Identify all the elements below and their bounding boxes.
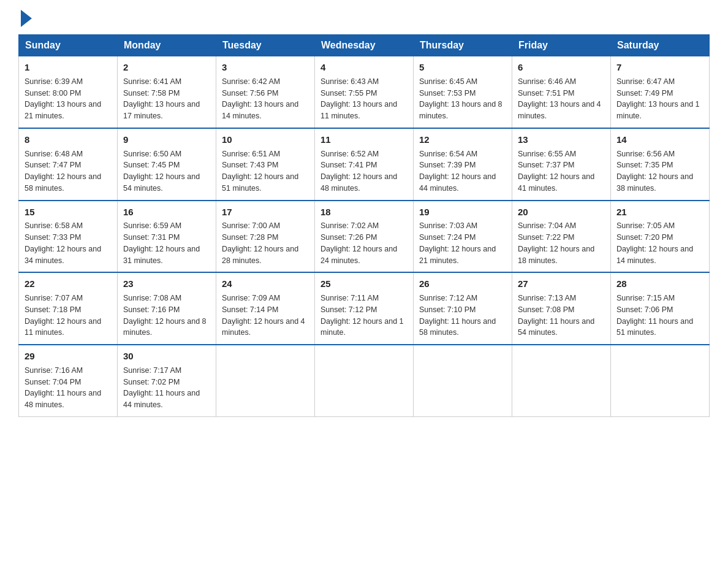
day-number: 13 bbox=[518, 133, 605, 147]
day-info: Sunrise: 7:00 AMSunset: 7:28 PMDaylight:… bbox=[222, 220, 309, 266]
day-info: Sunrise: 6:54 AMSunset: 7:39 PMDaylight:… bbox=[419, 148, 506, 194]
day-number: 25 bbox=[320, 277, 408, 291]
logo-arrow-icon bbox=[21, 10, 32, 27]
day-number: 28 bbox=[616, 277, 703, 291]
day-number: 18 bbox=[320, 205, 408, 219]
calendar-day-cell bbox=[216, 345, 315, 416]
calendar-day-cell: 10Sunrise: 6:51 AMSunset: 7:43 PMDayligh… bbox=[216, 128, 315, 201]
calendar-table: SundayMondayTuesdayWednesdayThursdayFrid… bbox=[18, 34, 710, 417]
calendar-day-cell: 21Sunrise: 7:05 AMSunset: 7:20 PMDayligh… bbox=[611, 201, 710, 273]
calendar-day-cell: 19Sunrise: 7:03 AMSunset: 7:24 PMDayligh… bbox=[414, 201, 512, 273]
calendar-day-cell: 7Sunrise: 6:47 AMSunset: 7:49 PMDaylight… bbox=[611, 56, 710, 128]
day-number: 19 bbox=[419, 205, 506, 219]
calendar-day-cell: 2Sunrise: 6:41 AMSunset: 7:58 PMDaylight… bbox=[118, 56, 216, 128]
calendar-day-cell: 15Sunrise: 6:58 AMSunset: 7:33 PMDayligh… bbox=[19, 201, 118, 273]
logo bbox=[18, 12, 32, 23]
calendar-day-cell: 22Sunrise: 7:07 AMSunset: 7:18 PMDayligh… bbox=[19, 272, 118, 345]
page-header bbox=[18, 12, 710, 23]
day-info: Sunrise: 7:15 AMSunset: 7:06 PMDaylight:… bbox=[616, 293, 703, 339]
weekday-header-saturday: Saturday bbox=[611, 35, 710, 56]
day-info: Sunrise: 6:50 AMSunset: 7:45 PMDaylight:… bbox=[123, 148, 210, 194]
calendar-day-cell: 12Sunrise: 6:54 AMSunset: 7:39 PMDayligh… bbox=[414, 128, 512, 201]
calendar-day-cell: 23Sunrise: 7:08 AMSunset: 7:16 PMDayligh… bbox=[118, 272, 216, 345]
day-number: 3 bbox=[222, 61, 309, 74]
day-number: 30 bbox=[123, 350, 210, 363]
calendar-day-cell bbox=[512, 345, 611, 416]
day-number: 1 bbox=[25, 61, 112, 74]
calendar-day-cell: 9Sunrise: 6:50 AMSunset: 7:45 PMDaylight… bbox=[118, 128, 216, 201]
day-info: Sunrise: 7:02 AMSunset: 7:26 PMDaylight:… bbox=[320, 220, 408, 266]
calendar-day-cell: 11Sunrise: 6:52 AMSunset: 7:41 PMDayligh… bbox=[315, 128, 414, 201]
day-info: Sunrise: 6:41 AMSunset: 7:58 PMDaylight:… bbox=[123, 76, 210, 122]
day-info: Sunrise: 6:39 AMSunset: 8:00 PMDaylight:… bbox=[25, 76, 112, 122]
day-number: 10 bbox=[222, 133, 309, 147]
weekday-header-sunday: Sunday bbox=[19, 35, 118, 56]
day-info: Sunrise: 6:46 AMSunset: 7:51 PMDaylight:… bbox=[518, 76, 605, 122]
weekday-header-monday: Monday bbox=[118, 35, 216, 56]
day-number: 11 bbox=[320, 133, 408, 147]
day-info: Sunrise: 7:03 AMSunset: 7:24 PMDaylight:… bbox=[419, 220, 506, 266]
day-info: Sunrise: 7:05 AMSunset: 7:20 PMDaylight:… bbox=[616, 220, 703, 266]
weekday-header-row: SundayMondayTuesdayWednesdayThursdayFrid… bbox=[19, 35, 710, 56]
day-number: 6 bbox=[518, 61, 605, 74]
calendar-week-row: 22Sunrise: 7:07 AMSunset: 7:18 PMDayligh… bbox=[19, 272, 710, 345]
day-info: Sunrise: 6:56 AMSunset: 7:35 PMDaylight:… bbox=[616, 148, 703, 194]
calendar-day-cell: 16Sunrise: 6:59 AMSunset: 7:31 PMDayligh… bbox=[118, 201, 216, 273]
day-number: 23 bbox=[123, 277, 210, 291]
day-number: 12 bbox=[419, 133, 506, 147]
day-info: Sunrise: 6:42 AMSunset: 7:56 PMDaylight:… bbox=[222, 76, 309, 122]
calendar-day-cell: 14Sunrise: 6:56 AMSunset: 7:35 PMDayligh… bbox=[611, 128, 710, 201]
calendar-day-cell: 26Sunrise: 7:12 AMSunset: 7:10 PMDayligh… bbox=[414, 272, 512, 345]
day-number: 16 bbox=[123, 205, 210, 219]
weekday-header-wednesday: Wednesday bbox=[315, 35, 414, 56]
weekday-header-thursday: Thursday bbox=[414, 35, 512, 56]
day-number: 9 bbox=[123, 133, 210, 147]
day-info: Sunrise: 6:59 AMSunset: 7:31 PMDaylight:… bbox=[123, 220, 210, 266]
day-info: Sunrise: 6:55 AMSunset: 7:37 PMDaylight:… bbox=[518, 148, 605, 194]
calendar-day-cell: 24Sunrise: 7:09 AMSunset: 7:14 PMDayligh… bbox=[216, 272, 315, 345]
calendar-day-cell: 28Sunrise: 7:15 AMSunset: 7:06 PMDayligh… bbox=[611, 272, 710, 345]
day-info: Sunrise: 6:45 AMSunset: 7:53 PMDaylight:… bbox=[419, 76, 506, 122]
day-number: 14 bbox=[616, 133, 703, 147]
day-info: Sunrise: 7:12 AMSunset: 7:10 PMDaylight:… bbox=[419, 293, 506, 339]
calendar-week-row: 29Sunrise: 7:16 AMSunset: 7:04 PMDayligh… bbox=[19, 345, 710, 416]
calendar-day-cell: 1Sunrise: 6:39 AMSunset: 8:00 PMDaylight… bbox=[19, 56, 118, 128]
calendar-day-cell: 30Sunrise: 7:17 AMSunset: 7:02 PMDayligh… bbox=[118, 345, 216, 416]
calendar-day-cell bbox=[315, 345, 414, 416]
day-number: 5 bbox=[419, 61, 506, 74]
day-info: Sunrise: 6:52 AMSunset: 7:41 PMDaylight:… bbox=[320, 148, 408, 194]
calendar-day-cell bbox=[611, 345, 710, 416]
day-info: Sunrise: 7:07 AMSunset: 7:18 PMDaylight:… bbox=[25, 293, 112, 339]
day-info: Sunrise: 7:08 AMSunset: 7:16 PMDaylight:… bbox=[123, 293, 210, 339]
calendar-day-cell: 25Sunrise: 7:11 AMSunset: 7:12 PMDayligh… bbox=[315, 272, 414, 345]
day-info: Sunrise: 6:58 AMSunset: 7:33 PMDaylight:… bbox=[25, 220, 112, 266]
day-info: Sunrise: 7:16 AMSunset: 7:04 PMDaylight:… bbox=[25, 365, 112, 411]
calendar-day-cell: 6Sunrise: 6:46 AMSunset: 7:51 PMDaylight… bbox=[512, 56, 611, 128]
day-number: 4 bbox=[320, 61, 408, 74]
day-number: 7 bbox=[616, 61, 703, 74]
day-number: 20 bbox=[518, 205, 605, 219]
day-number: 15 bbox=[25, 205, 112, 219]
calendar-day-cell: 5Sunrise: 6:45 AMSunset: 7:53 PMDaylight… bbox=[414, 56, 512, 128]
calendar-day-cell: 4Sunrise: 6:43 AMSunset: 7:55 PMDaylight… bbox=[315, 56, 414, 128]
weekday-header-tuesday: Tuesday bbox=[216, 35, 315, 56]
day-number: 8 bbox=[25, 133, 112, 147]
weekday-header-friday: Friday bbox=[512, 35, 611, 56]
calendar-week-row: 15Sunrise: 6:58 AMSunset: 7:33 PMDayligh… bbox=[19, 201, 710, 273]
calendar-day-cell: 20Sunrise: 7:04 AMSunset: 7:22 PMDayligh… bbox=[512, 201, 611, 273]
day-info: Sunrise: 6:48 AMSunset: 7:47 PMDaylight:… bbox=[25, 148, 112, 194]
day-number: 2 bbox=[123, 61, 210, 74]
day-info: Sunrise: 6:47 AMSunset: 7:49 PMDaylight:… bbox=[616, 76, 703, 122]
day-number: 26 bbox=[419, 277, 506, 291]
calendar-day-cell: 8Sunrise: 6:48 AMSunset: 7:47 PMDaylight… bbox=[19, 128, 118, 201]
calendar-day-cell bbox=[414, 345, 512, 416]
day-info: Sunrise: 7:09 AMSunset: 7:14 PMDaylight:… bbox=[222, 293, 309, 339]
day-info: Sunrise: 7:04 AMSunset: 7:22 PMDaylight:… bbox=[518, 220, 605, 266]
calendar-week-row: 1Sunrise: 6:39 AMSunset: 8:00 PMDaylight… bbox=[19, 56, 710, 128]
calendar-day-cell: 18Sunrise: 7:02 AMSunset: 7:26 PMDayligh… bbox=[315, 201, 414, 273]
day-info: Sunrise: 6:43 AMSunset: 7:55 PMDaylight:… bbox=[320, 76, 408, 122]
calendar-day-cell: 27Sunrise: 7:13 AMSunset: 7:08 PMDayligh… bbox=[512, 272, 611, 345]
day-number: 27 bbox=[518, 277, 605, 291]
day-number: 29 bbox=[25, 350, 112, 363]
calendar-day-cell: 17Sunrise: 7:00 AMSunset: 7:28 PMDayligh… bbox=[216, 201, 315, 273]
